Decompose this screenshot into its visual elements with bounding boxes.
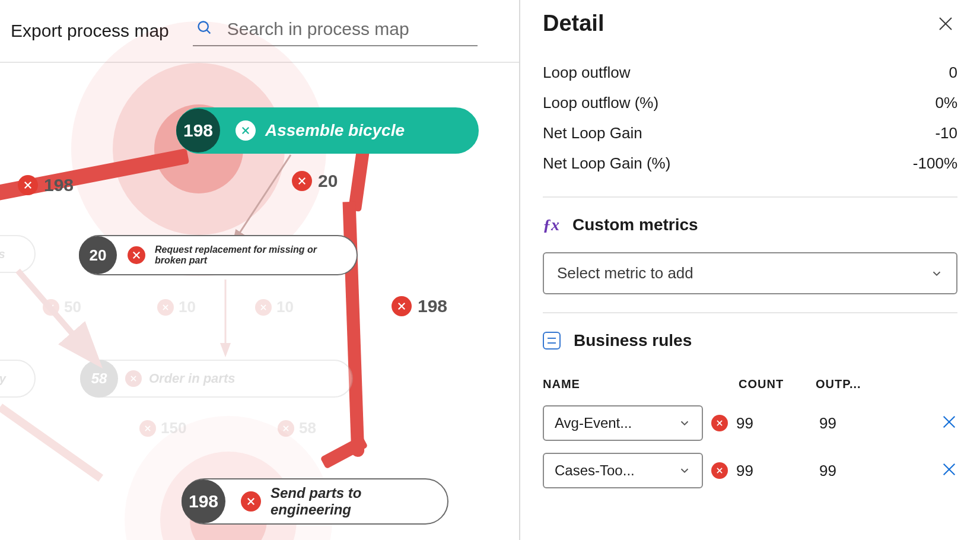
chevron-down-icon bbox=[678, 464, 691, 477]
rule-row: Cases-Too... 99 99 bbox=[543, 453, 957, 488]
error-icon bbox=[711, 415, 728, 431]
rule-count: 99 bbox=[736, 462, 811, 480]
node-count-badge: 20 bbox=[79, 236, 117, 274]
rule-delete-button[interactable] bbox=[941, 461, 957, 480]
metric-row: Loop outflow0 bbox=[543, 58, 957, 88]
close-circle-icon bbox=[128, 246, 145, 264]
node-assemble-bicycle[interactable]: 198 Assemble bicycle bbox=[176, 107, 479, 154]
node-label: Assemble bicycle bbox=[265, 121, 405, 140]
rule-count: 99 bbox=[736, 414, 811, 433]
node-label: Send parts to engineering bbox=[271, 485, 429, 518]
node-label: Request replacement for missing or broke… bbox=[155, 244, 339, 266]
metric-select[interactable]: Select metric to add bbox=[543, 252, 957, 294]
close-circle-icon bbox=[292, 171, 312, 191]
svg-line-22 bbox=[261, 304, 266, 309]
svg-line-19 bbox=[163, 304, 168, 309]
svg-line-16 bbox=[131, 376, 136, 381]
svg-line-2 bbox=[234, 155, 291, 241]
chevron-down-icon bbox=[930, 267, 943, 280]
node-count-badge: 198 bbox=[182, 479, 225, 523]
node-count-badge: 198 bbox=[176, 109, 220, 153]
process-map-pane: Export process map bbox=[0, 0, 520, 540]
node-send-parts[interactable]: 198 Send parts to engineering bbox=[182, 478, 448, 525]
edge-label-198-right: 198 bbox=[392, 296, 447, 316]
svg-line-23 bbox=[145, 425, 150, 430]
custom-metrics-heading: ƒx Custom metrics bbox=[543, 215, 957, 234]
close-circle-icon bbox=[18, 175, 38, 195]
search-input[interactable] bbox=[227, 19, 474, 39]
metric-row: Loop outflow (%)0% bbox=[543, 88, 957, 118]
svg-line-29 bbox=[0, 407, 101, 478]
svg-line-25 bbox=[284, 425, 288, 430]
chevron-down-icon bbox=[678, 417, 691, 430]
svg-line-17 bbox=[49, 304, 53, 309]
rule-output: 99 bbox=[819, 414, 894, 433]
rule-name-select[interactable]: Avg-Event... bbox=[543, 405, 703, 441]
svg-line-27 bbox=[18, 271, 95, 360]
edge-label-198-left: 198 bbox=[18, 175, 74, 195]
close-circle-icon bbox=[236, 120, 256, 141]
rule-row: Avg-Event... 99 99 bbox=[543, 405, 957, 441]
metric-row: Net Loop Gain-10 bbox=[543, 118, 957, 148]
close-circle-icon bbox=[241, 491, 261, 512]
edge-label-20: 20 bbox=[292, 171, 338, 191]
svg-line-24 bbox=[145, 425, 150, 430]
rule-name-select[interactable]: Cases-Too... bbox=[543, 453, 703, 488]
rule-output: 99 bbox=[819, 462, 894, 480]
close-circle-icon bbox=[392, 296, 412, 316]
fx-icon: ƒx bbox=[543, 215, 559, 234]
svg-line-26 bbox=[284, 425, 288, 430]
detail-panel: Detail Loop outflow0 Loop outflow (%)0% … bbox=[520, 0, 980, 540]
close-button[interactable] bbox=[934, 12, 957, 36]
svg-line-15 bbox=[131, 376, 136, 381]
svg-line-18 bbox=[49, 304, 53, 309]
svg-line-20 bbox=[163, 304, 168, 309]
process-map-canvas[interactable]: 198 Assemble bicycle 20 Request replacem… bbox=[0, 63, 519, 535]
metric-row: Net Loop Gain (%)-100% bbox=[543, 148, 957, 179]
rules-table-header: NAME COUNT OUTP... bbox=[543, 377, 957, 391]
business-rules-heading: Business rules bbox=[543, 331, 957, 350]
panel-title: Detail bbox=[543, 11, 604, 36]
error-icon bbox=[711, 462, 728, 479]
svg-line-21 bbox=[261, 304, 266, 309]
rules-icon bbox=[543, 332, 561, 350]
rule-delete-button[interactable] bbox=[941, 414, 957, 433]
node-request-replacement[interactable]: 20 Request replacement for missing or br… bbox=[79, 235, 358, 275]
